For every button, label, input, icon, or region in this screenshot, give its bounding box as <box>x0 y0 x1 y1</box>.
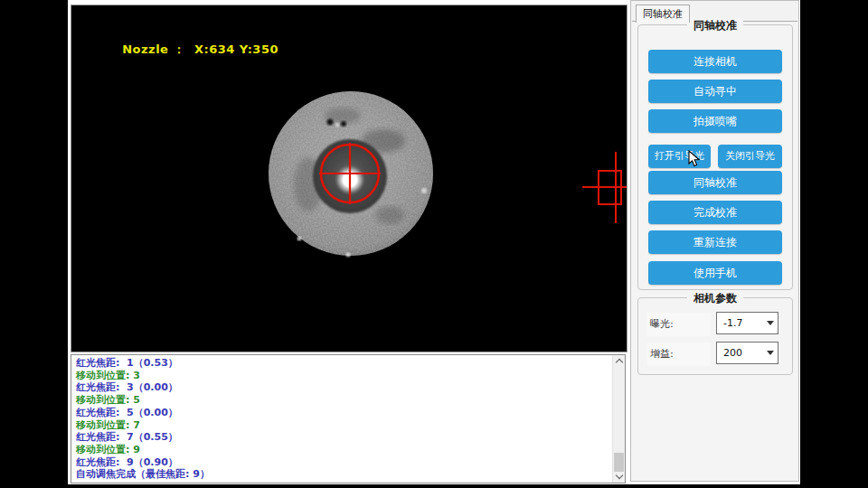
calibration-group: 同轴校准 连接相机 自动寻中 拍摄喷嘴 打开引导光 关闭引导光 同轴校准 完成校… <box>637 24 793 290</box>
dropdown-arrow-icon <box>767 351 774 355</box>
log-line: 自动调焦完成（最佳焦距: 9） <box>76 468 610 481</box>
reconnect-button[interactable]: 重新连接 <box>648 230 782 254</box>
close-guide-light-button[interactable]: 关闭引导光 <box>718 145 782 168</box>
log-line: 红光焦距: 1（0.53） <box>76 357 610 370</box>
coaxial-calibrate-button[interactable]: 同轴校准 <box>648 171 782 194</box>
log-line: 移动到位置: 5 <box>76 394 610 407</box>
tab-page: 同轴校准 连接相机 自动寻中 拍摄喷嘴 打开引导光 关闭引导光 同轴校准 完成校… <box>632 21 797 480</box>
chevron-down-icon <box>615 472 622 479</box>
camera-params-group-title: 相机参数 <box>687 291 743 306</box>
log-line: 红光焦距: 9（0.90） <box>76 456 610 469</box>
camera-view: Nozzle ：X:634 Y:350 <box>71 5 627 352</box>
dropdown-arrow-icon <box>767 321 774 325</box>
scroll-up-button[interactable] <box>613 355 625 368</box>
gain-value: 200 <box>723 343 742 363</box>
log-line: 移动到位置: 9 <box>76 444 610 456</box>
nozzle-position-readout: Nozzle ：X:634 Y:350 <box>86 28 278 71</box>
log-line: 红光焦距: 7（0.55） <box>76 431 610 444</box>
exposure-dropdown-button[interactable] <box>763 313 778 333</box>
open-guide-light-button[interactable]: 打开引导光 <box>648 145 711 168</box>
scroll-down-button[interactable] <box>613 470 625 483</box>
log-scrollbar[interactable] <box>612 355 625 483</box>
control-panel: 同轴校准 同轴校准 连接相机 自动寻中 拍摄喷嘴 打开引导光 关闭引导光 同轴校… <box>630 0 799 482</box>
log-line: 移动到位置: 7 <box>76 419 610 432</box>
gain-dropdown-button[interactable] <box>763 343 778 363</box>
use-phone-button[interactable]: 使用手机 <box>648 261 782 285</box>
mouse-cursor-icon <box>688 150 701 167</box>
app-window: Nozzle ：X:634 Y:350 红光焦距: 1（0.53） 移动到位置:… <box>68 0 800 484</box>
letterbox-background: Nozzle ：X:634 Y:350 红光焦距: 1（0.53） 移动到位置:… <box>0 0 868 488</box>
exposure-value: -1.7 <box>723 313 742 333</box>
chevron-up-icon <box>615 359 622 366</box>
finish-calibrate-button[interactable]: 完成校准 <box>648 201 782 224</box>
log-line: 红光焦距: 5（0.00） <box>76 407 610 419</box>
camera-params-group: 相机参数 曝光: -1.7 增益: 200 <box>637 297 793 375</box>
log-line: 移动到位置: 3 <box>76 370 610 382</box>
connect-camera-button[interactable]: 连接相机 <box>648 50 782 73</box>
log-lines: 红光焦距: 1（0.53） 移动到位置: 3 红光焦距: 3（0.00） 移动到… <box>76 357 610 481</box>
gain-label: 增益: <box>647 343 711 366</box>
auto-center-button[interactable]: 自动寻中 <box>648 80 782 103</box>
tab-coaxial-calibration[interactable]: 同轴校准 <box>636 5 690 23</box>
gain-select[interactable]: 200 <box>716 342 778 364</box>
log-line: 红光焦距: 3（0.00） <box>76 381 610 394</box>
log-output[interactable]: 红光焦距: 1（0.53） 移动到位置: 3 红光焦距: 3（0.00） 移动到… <box>71 354 626 483</box>
nozzle-coordinates: X:634 Y:350 <box>194 42 278 56</box>
scrollbar-thumb[interactable] <box>614 453 624 472</box>
nozzle-label: Nozzle ： <box>122 42 185 56</box>
exposure-label: 曝光: <box>647 313 711 336</box>
exposure-select[interactable]: -1.7 <box>716 312 778 334</box>
shoot-nozzle-button[interactable]: 拍摄喷嘴 <box>648 109 782 133</box>
calibration-group-title: 同轴校准 <box>687 18 743 33</box>
